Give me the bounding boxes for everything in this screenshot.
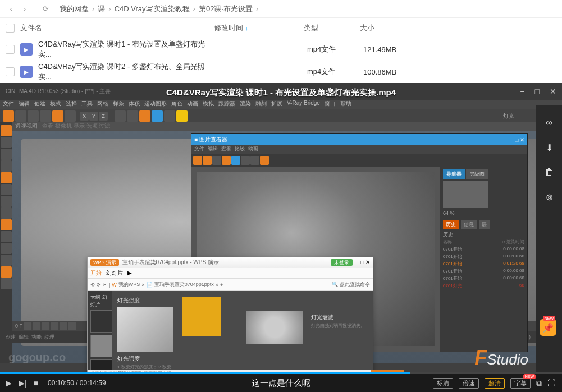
nav-back-icon[interactable]: ‹ xyxy=(4,2,18,16)
nav-forward-icon[interactable]: › xyxy=(18,2,31,16)
breadcrumb: 我的网盘› 课› C4D Vray写实渲染教程› 第02课·布光设置› xyxy=(60,4,259,14)
col-name[interactable]: 文件名 xyxy=(20,23,214,33)
nav-refresh-icon[interactable]: ⟳ xyxy=(39,2,52,16)
file-name: C4D&VRay写实渲染 课时1 - 布光设置及单盏灯布光实... xyxy=(38,39,217,59)
next-button[interactable]: ▶| xyxy=(19,379,27,388)
slide-thumbnail[interactable] xyxy=(90,335,112,357)
col-mtime[interactable]: 修改时间↓ xyxy=(214,23,304,33)
minimize-icon[interactable]: − xyxy=(520,87,524,96)
wps-ribbon-tabs[interactable]: 开始 幻灯片 ▶ xyxy=(88,268,373,279)
close-icon[interactable]: ✕ xyxy=(520,137,524,143)
file-row[interactable]: ▶ C4D&VRay写实渲染 课时1 - 布光设置及单盏灯布光实... mp4文… xyxy=(0,38,562,61)
wps-titlebar[interactable]: WPS 演示 宝珀手表渲染0704ppt.pptx - WPS 演示 未登录 −… xyxy=(88,257,373,268)
fullscreen-icon[interactable]: ⛶ xyxy=(547,379,555,388)
file-type: mp4文件 xyxy=(307,44,363,54)
select-all-checkbox[interactable] xyxy=(6,24,15,33)
stop-button[interactable]: ■ xyxy=(34,379,38,388)
subtitle-button[interactable]: 字幕NEW xyxy=(510,378,531,389)
play-button[interactable]: ▶ xyxy=(6,379,12,388)
download-icon[interactable]: ⬇ xyxy=(542,140,556,155)
wps-slide-panel[interactable]: 大纲 幻灯片 xyxy=(88,291,112,370)
c4d-app: 文件编辑创建模式选择工具网格样条体积运动图形角色动画模拟跟踪器渲染雕刻扩展V-R… xyxy=(0,100,562,374)
picture-viewer-menu[interactable]: 文件编辑查看比较动画 xyxy=(191,145,527,154)
render-side-panel: 导航器 层级图 64 % 历史 信息 层 历史 名称R 渲染时间 0701开始0 xyxy=(440,167,527,352)
file-checkbox[interactable] xyxy=(6,67,15,76)
file-list-header: 文件名 修改时间↓ 类型 大小 xyxy=(0,18,562,38)
video-controls: ▶ ▶| ■ 00:10:50 / 00:14:59 这一点是什么呢 标清 倍速… xyxy=(0,374,562,392)
video-player: CINEMA 4D R19.053 (Studio) - [***] - 主要 … xyxy=(0,83,562,392)
minimize-icon[interactable]: − xyxy=(356,259,359,265)
share-icon[interactable]: ∞ xyxy=(542,116,556,130)
pin-button[interactable]: 📌NEW xyxy=(540,319,556,336)
breadcrumb-item[interactable]: C4D Vray写实渲染教程 xyxy=(115,4,190,14)
video-time: 00:10:50 / 00:14:59 xyxy=(48,379,106,387)
video-file-icon: ▶ xyxy=(20,43,33,56)
sort-arrow-icon: ↓ xyxy=(245,25,249,31)
tab-navigator[interactable]: 导航器 xyxy=(443,169,465,179)
fstudio-logo: FStudio xyxy=(474,346,528,370)
wps-logo: WPS 演示 xyxy=(90,259,119,266)
c4d-menubar[interactable]: 文件编辑创建模式选择工具网格样条体积运动图形角色动画模拟跟踪器渲染雕刻扩展V-R… xyxy=(0,100,562,109)
picture-viewer-titlebar[interactable]: ■ 图片查看器 − □ ✕ xyxy=(191,134,527,145)
breadcrumb-item[interactable]: 第02课·布光设置 xyxy=(199,4,253,14)
col-size[interactable]: 大小 xyxy=(360,23,416,33)
maximize-icon[interactable]: □ xyxy=(515,137,518,143)
file-checkbox[interactable] xyxy=(6,45,15,54)
wps-login-button[interactable]: 未登录 xyxy=(331,259,353,266)
render-thumbnail[interactable] xyxy=(443,181,488,208)
video-title-overlay: C4D&VRay写实渲染 课时1 - 布光设置及单盏灯布光实操.mp4 xyxy=(166,87,396,98)
speed-button[interactable]: 倍速 xyxy=(459,378,479,389)
delete-icon[interactable]: 🗑 xyxy=(542,165,556,179)
wps-window[interactable]: WPS 演示 宝珀手表渲染0704ppt.pptx - WPS 演示 未登录 −… xyxy=(87,257,373,374)
intro-button[interactable]: 标清 xyxy=(433,378,453,389)
slide-thumbnail[interactable] xyxy=(90,359,112,370)
quality-button[interactable]: 超清 xyxy=(485,378,505,389)
tab-history[interactable]: 历史 xyxy=(443,220,459,229)
close-icon[interactable]: ✕ xyxy=(550,87,556,96)
watermark: gogoup.co xyxy=(8,351,66,364)
file-row[interactable]: ▶ C4D&VRay写实渲染 课时2 - 多盏灯布光、全局光照实... mp4文… xyxy=(0,61,562,83)
breadcrumb-item[interactable]: 我的网盘 xyxy=(60,4,89,14)
minimize-icon[interactable]: − xyxy=(510,137,514,143)
video-subtitle: 这一点是什么呢 xyxy=(252,378,310,389)
c4d-left-toolbar[interactable] xyxy=(0,122,12,363)
picture-viewer-toolbar[interactable] xyxy=(191,154,527,167)
file-type: mp4文件 xyxy=(307,67,363,77)
wps-toolbar[interactable]: ⟲⟳✂|W我的WPS×📄宝珀手表渲染0704ppt.pptx×+ 🔍 点此查找命… xyxy=(88,279,373,291)
pip-icon[interactable]: ⧉ xyxy=(536,379,542,388)
slide-thumbnail[interactable] xyxy=(90,310,112,333)
video-file-icon: ▶ xyxy=(20,66,33,78)
tab-layer[interactable]: 层级图 xyxy=(466,169,488,179)
file-size: 121.49MB xyxy=(363,45,419,54)
breadcrumb-item[interactable]: 课 xyxy=(98,4,105,14)
c4d-toolbar[interactable]: XYZ 灯光 xyxy=(0,109,562,122)
col-type[interactable]: 类型 xyxy=(304,23,360,33)
file-size: 100.86MB xyxy=(363,68,419,76)
wps-slide-content[interactable]: 灯光强度 灯光强度1.改变灯光的强度； 2.改变灯光的面积，重新确定大灯光路径。… xyxy=(112,291,373,370)
top-nav: ‹ › ⟳ 我的网盘› 课› C4D Vray写实渲染教程› 第02课·布光设置… xyxy=(0,0,562,18)
maximize-icon[interactable]: □ xyxy=(535,87,540,96)
zoom-level: 64 % xyxy=(443,210,524,216)
close-icon[interactable]: ✕ xyxy=(365,259,370,265)
maximize-icon[interactable]: □ xyxy=(360,259,364,265)
file-name: C4D&VRay写实渲染 课时2 - 多盏灯布光、全局光照实... xyxy=(38,62,217,82)
settings-icon[interactable]: ⊚ xyxy=(542,190,556,204)
